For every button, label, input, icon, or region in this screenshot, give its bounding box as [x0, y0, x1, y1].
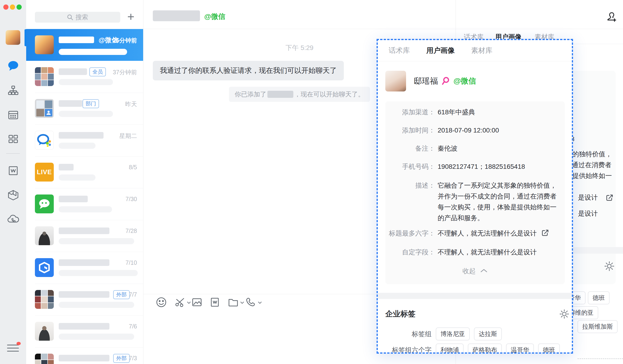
redacted-message: [59, 111, 113, 117]
redacted-name: [59, 68, 87, 75]
close-window-button[interactable]: [3, 4, 8, 10]
emoji-icon[interactable]: [156, 297, 167, 308]
avatar: [35, 290, 54, 309]
tag-group-row: 标签组六个字 利物浦 萨格勒布 温哥华 德班: [378, 343, 572, 354]
chat-list-item[interactable]: 7/30: [26, 188, 143, 220]
field-row: 备注： 秦伦波: [385, 144, 565, 153]
new-chat-button[interactable]: +: [125, 11, 137, 23]
screenshot-scissors-icon[interactable]: [174, 297, 186, 308]
chat-list-item[interactable]: 7/10: [26, 252, 143, 284]
redacted-name: [59, 259, 110, 266]
field-value: 2018-07-09 12:00:00: [438, 126, 499, 135]
tab-material-library[interactable]: 素材库: [471, 46, 492, 55]
search-icon: [67, 14, 73, 20]
description-line: 并作为一份不成文的合同，通过在消费者: [438, 191, 556, 202]
collapse-button[interactable]: 收起: [385, 267, 565, 276]
sidebar-item-messages[interactable]: [0, 60, 26, 71]
chevron-down-icon[interactable]: [240, 300, 245, 305]
description-line: 它融合了一系列定义其形象的独特价值，: [438, 180, 556, 191]
tag[interactable]: 温哥华: [506, 343, 534, 354]
system-message-prefix: 你已添加了: [235, 91, 267, 98]
sidebar-item-docs-w[interactable]: [0, 165, 26, 176]
tab-script-library[interactable]: 话术库: [389, 46, 410, 55]
field-value: 秦伦波: [438, 144, 457, 153]
field-label: 自定字段：: [385, 248, 435, 257]
redacted-name: [59, 37, 94, 43]
chat-list-item[interactable]: 星期二: [26, 125, 143, 156]
gear-icon[interactable]: [604, 261, 615, 272]
redacted-message: [59, 302, 134, 308]
system-message: 你已添加了，现在可以开始聊天了。: [229, 87, 370, 102]
doc-w-icon[interactable]: [209, 297, 221, 308]
sidebar-item-drive[interactable]: [0, 190, 26, 201]
custom-field-fragment: 是设计: [578, 209, 598, 218]
org-chart-icon: [8, 85, 19, 96]
redacted-message: [59, 270, 138, 276]
female-gender-icon: [442, 77, 450, 86]
chat-list-item[interactable]: 部门 昨天: [26, 93, 143, 125]
edit-icon[interactable]: [606, 194, 613, 202]
sidebar-item-cloud-call[interactable]: [0, 214, 26, 224]
contact-avatar: [385, 71, 406, 91]
avatar: [35, 354, 54, 364]
chat-time: 8/5: [129, 164, 137, 171]
user-portrait-overlay: 话术库 用户画像 素材库 邸瑶福 @微信 添加渠道： 618年中盛典 添加时间：…: [377, 39, 573, 354]
chat-list-item[interactable]: 外部 7/3: [26, 347, 143, 364]
chat-time: 7/30: [125, 196, 137, 202]
tab-user-portrait[interactable]: 用户画像: [426, 46, 455, 55]
chat-list-item[interactable]: 全员 37分钟前: [26, 61, 143, 93]
chevron-down-icon[interactable]: [186, 300, 191, 305]
sidebar-menu-button[interactable]: [7, 345, 19, 351]
redacted-message: [59, 143, 95, 149]
profile-fields-card: 添加渠道： 618年中盛典 添加时间： 2018-07-09 12:00:00 …: [385, 101, 565, 284]
peer-wechat-suffix: @微信: [204, 12, 225, 21]
tag[interactable]: 利物浦: [436, 343, 464, 354]
chat-list-item[interactable]: 7/6: [26, 315, 143, 347]
chat-time: 7/3: [129, 355, 137, 362]
wechat-bubble-icon: [38, 198, 51, 210]
chat-list-item[interactable]: LIVE 8/5: [26, 156, 143, 188]
tag[interactable]: 萨格勒布: [468, 343, 502, 354]
sidebar-item-workbench[interactable]: [0, 133, 26, 145]
app-sidebar: [0, 0, 26, 364]
add-contact-icon[interactable]: [605, 10, 618, 23]
zoom-window-button[interactable]: [17, 4, 22, 10]
avatar: [35, 35, 54, 54]
chat-list-item[interactable]: 外部 7/7: [26, 284, 143, 315]
phone-call-icon[interactable]: [245, 297, 256, 308]
tag[interactable]: 德班: [588, 291, 610, 304]
chat-list-item-selected[interactable]: @微信 25分钟前: [26, 29, 143, 61]
chevron-down-icon[interactable]: [258, 300, 262, 305]
collapse-label: 收起: [463, 267, 476, 275]
user-avatar[interactable]: [6, 30, 20, 45]
cube-box-icon: [7, 190, 19, 201]
avatar: [35, 99, 54, 118]
redacted-name: [59, 355, 110, 362]
edit-icon[interactable]: [541, 229, 549, 237]
wechat-suffix: @微信: [453, 76, 476, 86]
tag[interactable]: 博洛尼亚: [436, 327, 470, 341]
tag[interactable]: 德班: [538, 343, 560, 354]
avatar: [35, 226, 54, 245]
redacted-message: [59, 334, 134, 340]
sidebar-item-calendar[interactable]: [0, 109, 26, 121]
redacted-name: [59, 291, 110, 298]
tag[interactable]: 拉斯维加斯: [578, 320, 618, 333]
image-icon[interactable]: [191, 297, 202, 308]
minimize-window-button[interactable]: [10, 4, 15, 10]
folder-icon[interactable]: [227, 297, 239, 308]
calendar-icon: [8, 109, 19, 121]
chat-list-item[interactable]: 7/28: [26, 220, 143, 252]
search-input[interactable]: 搜索: [35, 12, 120, 23]
gear-icon[interactable]: [559, 309, 569, 319]
tag[interactable]: 达拉斯: [474, 327, 502, 341]
live-avatar-label: LIVE: [35, 163, 54, 182]
chat-time: 7/10: [125, 259, 137, 266]
sidebar-item-contacts[interactable]: [0, 85, 26, 96]
field-value: 它融合了一系列定义其形象的独特价值， 并作为一份不成文的合同，通过在消费者 每一…: [438, 180, 556, 223]
chat-time: 昨天: [125, 100, 137, 108]
search-placeholder: 搜索: [75, 13, 88, 21]
overlay-tab-bar: 话术库 用户画像 素材库: [378, 40, 572, 61]
chat-bubble-icon: [7, 60, 19, 71]
avatar: [35, 322, 54, 341]
